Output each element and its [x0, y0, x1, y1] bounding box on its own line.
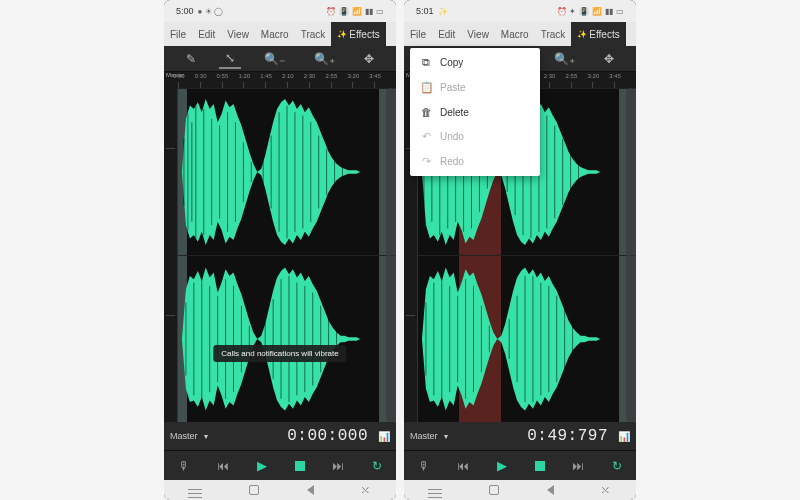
battery-icon: ▭	[376, 7, 384, 16]
vibrate-icon: 📳	[579, 7, 589, 16]
loop-button[interactable]: ↻	[612, 459, 622, 473]
tool-bar: ✎ ⤡ 🔍₋ 🔍₊ ✥	[164, 46, 396, 72]
menu-macro[interactable]: Macro	[255, 22, 295, 46]
back-icon[interactable]	[547, 485, 554, 495]
skip-start-button[interactable]: ⏮	[217, 459, 229, 473]
battery-icon: ▭	[616, 7, 624, 16]
stop-button[interactable]	[535, 461, 545, 471]
time-display: 0:49:797	[527, 427, 608, 445]
ctx-redo-label: Redo	[440, 156, 464, 167]
alarm-icon: ⏰	[326, 7, 336, 16]
signal-icon: ▮▮	[365, 7, 373, 16]
menu-edit[interactable]: Edit	[432, 22, 461, 46]
transport-bar: 🎙 ⏮ ▶ ⏭ ↻	[404, 450, 636, 480]
recent-apps-icon[interactable]	[428, 489, 442, 491]
amplitude-gutter	[164, 88, 178, 422]
home-icon[interactable]	[489, 485, 499, 495]
channel-right[interactable]	[418, 255, 636, 422]
pencil-icon[interactable]: ✎	[180, 50, 202, 68]
skip-start-button[interactable]: ⏮	[457, 459, 469, 473]
meter-icon[interactable]: 📊	[618, 431, 630, 442]
zoom-in-icon[interactable]: 🔍₊	[548, 50, 581, 68]
menu-track[interactable]: Track	[535, 22, 572, 46]
svg-marker-63	[418, 268, 636, 411]
channel-left[interactable]	[178, 88, 396, 255]
menu-view[interactable]: View	[221, 22, 255, 46]
menu-effects[interactable]: Effects	[571, 22, 625, 46]
vibrate-toast: Calls and notifications will vibrate	[213, 345, 346, 362]
ctx-copy-label: Copy	[440, 57, 463, 68]
menu-track[interactable]: Track	[295, 22, 332, 46]
bottom-controls: Master 0:00:000 📊	[164, 422, 396, 450]
status-bar: 5:00 ● ☀ ◯ ⏰ 📳 📶 ▮▮ ▭	[164, 0, 396, 22]
crop-icon[interactable]: ⤡	[219, 49, 241, 69]
svg-marker-23	[178, 268, 396, 411]
master-dropdown[interactable]: Master	[410, 431, 448, 441]
record-button[interactable]: 🎙	[418, 459, 430, 473]
skip-end-button[interactable]: ⏭	[572, 459, 584, 473]
ctx-delete[interactable]: 🗑 Delete	[410, 100, 540, 124]
play-button[interactable]: ▶	[257, 458, 267, 473]
loop-button[interactable]: ↻	[372, 459, 382, 473]
ctx-undo[interactable]: ↶ Undo	[410, 124, 540, 149]
accessibility-icon[interactable]: ⛌	[601, 484, 612, 496]
back-icon[interactable]	[307, 485, 314, 495]
ctx-paste[interactable]: 📋 Paste	[410, 75, 540, 100]
status-tray: ⏰ 📳 📶 ▮▮ ▭	[326, 7, 384, 16]
screenshot-right: 5:01 ✨ ⏰ ✦ 📳 📶 ▮▮ ▭ File Edit View Macro…	[404, 0, 636, 500]
record-button[interactable]: 🎙	[178, 459, 190, 473]
menu-file[interactable]: File	[164, 22, 192, 46]
ctx-redo[interactable]: ↷ Redo	[410, 149, 540, 174]
vertical-scrollbar[interactable]	[386, 88, 396, 422]
android-nav-bar: ⛌	[404, 480, 636, 500]
wifi-icon: 📶	[592, 7, 602, 16]
wifi-icon: 📶	[352, 7, 362, 16]
waveform-area[interactable]: Calls and notifications will vibrate	[164, 88, 396, 422]
bottom-controls: Master 0:49:797 📊	[404, 422, 636, 450]
master-dropdown[interactable]: Master	[170, 431, 208, 441]
menu-effects[interactable]: Effects	[331, 22, 385, 46]
channel-right[interactable]	[178, 255, 396, 422]
zoom-out-icon[interactable]: 🔍₋	[258, 50, 291, 68]
ctx-delete-label: Delete	[440, 107, 469, 118]
move-icon[interactable]: ✥	[358, 50, 380, 68]
status-time: 5:01	[416, 6, 434, 16]
timeline-ruler[interactable]: Master 0:00 0:30 0:55 1:20 1:45 2:10 2:3…	[164, 72, 396, 88]
menu-bar: File Edit View Macro Track Effects	[404, 22, 636, 46]
edit-context-menu: ⧉ Copy 📋 Paste 🗑 Delete ↶ Undo ↷ Redo	[410, 48, 540, 176]
redo-icon: ↷	[420, 155, 432, 168]
paste-icon: 📋	[420, 81, 432, 94]
home-icon[interactable]	[249, 485, 259, 495]
menu-macro[interactable]: Macro	[495, 22, 535, 46]
status-bar: 5:01 ✨ ⏰ ✦ 📳 📶 ▮▮ ▭	[404, 0, 636, 22]
stop-button[interactable]	[295, 461, 305, 471]
dnd-icon: ✨	[438, 7, 448, 16]
menu-view[interactable]: View	[461, 22, 495, 46]
android-nav-bar: ⛌	[164, 480, 396, 500]
dnd-icon: ● ☀ ◯	[198, 7, 223, 16]
screenshot-left: 5:00 ● ☀ ◯ ⏰ 📳 📶 ▮▮ ▭ File Edit View Mac…	[164, 0, 396, 500]
recent-apps-icon[interactable]	[188, 489, 202, 491]
zoom-in-icon[interactable]: 🔍₊	[308, 50, 341, 68]
move-icon[interactable]: ✥	[598, 50, 620, 68]
menu-file[interactable]: File	[404, 22, 432, 46]
ctx-paste-label: Paste	[440, 82, 466, 93]
menu-bar: File Edit View Macro Track Effects	[164, 22, 396, 46]
ctx-copy[interactable]: ⧉ Copy	[410, 50, 540, 75]
undo-icon: ↶	[420, 130, 432, 143]
play-button[interactable]: ▶	[497, 458, 507, 473]
delete-icon: 🗑	[420, 106, 432, 118]
transport-bar: 🎙 ⏮ ▶ ⏭ ↻	[164, 450, 396, 480]
skip-end-button[interactable]: ⏭	[332, 459, 344, 473]
vibrate-icon: 📳	[339, 7, 349, 16]
accessibility-icon[interactable]: ⛌	[361, 484, 372, 496]
ctx-undo-label: Undo	[440, 131, 464, 142]
copy-icon: ⧉	[420, 56, 432, 69]
alarm-icon: ⏰ ✦	[557, 7, 576, 16]
menu-edit[interactable]: Edit	[192, 22, 221, 46]
meter-icon[interactable]: 📊	[378, 431, 390, 442]
status-time: 5:00	[176, 6, 194, 16]
signal-icon: ▮▮	[605, 7, 613, 16]
status-tray: ⏰ ✦ 📳 📶 ▮▮ ▭	[557, 7, 624, 16]
vertical-scrollbar[interactable]	[626, 88, 636, 422]
